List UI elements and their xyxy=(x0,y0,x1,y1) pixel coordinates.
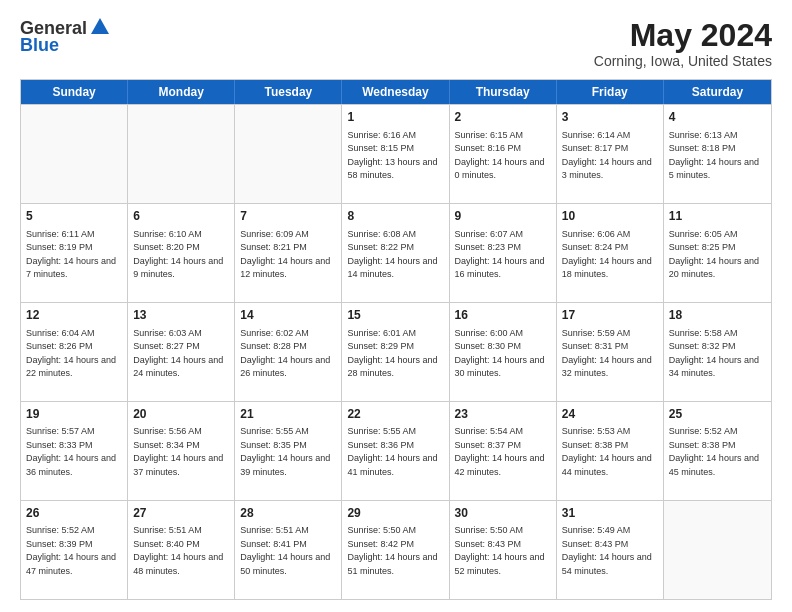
week-row-1: 1Sunrise: 6:16 AMSunset: 8:15 PMDaylight… xyxy=(21,104,771,203)
cell-info: Sunrise: 5:49 AMSunset: 8:43 PMDaylight:… xyxy=(562,524,658,578)
day-cell-19: 19Sunrise: 5:57 AMSunset: 8:33 PMDayligh… xyxy=(21,402,128,500)
week-row-5: 26Sunrise: 5:52 AMSunset: 8:39 PMDayligh… xyxy=(21,500,771,599)
day-number: 18 xyxy=(669,307,766,324)
header-day-monday: Monday xyxy=(128,80,235,104)
day-number: 7 xyxy=(240,208,336,225)
cell-info: Sunrise: 5:51 AMSunset: 8:41 PMDaylight:… xyxy=(240,524,336,578)
logo: General Blue xyxy=(20,18,111,56)
day-cell-17: 17Sunrise: 5:59 AMSunset: 8:31 PMDayligh… xyxy=(557,303,664,401)
cell-info: Sunrise: 6:08 AMSunset: 8:22 PMDaylight:… xyxy=(347,228,443,282)
day-number: 13 xyxy=(133,307,229,324)
day-cell-5: 5Sunrise: 6:11 AMSunset: 8:19 PMDaylight… xyxy=(21,204,128,302)
cell-info: Sunrise: 5:51 AMSunset: 8:40 PMDaylight:… xyxy=(133,524,229,578)
day-cell-13: 13Sunrise: 6:03 AMSunset: 8:27 PMDayligh… xyxy=(128,303,235,401)
day-cell-28: 28Sunrise: 5:51 AMSunset: 8:41 PMDayligh… xyxy=(235,501,342,599)
day-cell-2: 2Sunrise: 6:15 AMSunset: 8:16 PMDaylight… xyxy=(450,105,557,203)
empty-cell xyxy=(664,501,771,599)
cell-info: Sunrise: 6:06 AMSunset: 8:24 PMDaylight:… xyxy=(562,228,658,282)
day-number: 27 xyxy=(133,505,229,522)
day-cell-21: 21Sunrise: 5:55 AMSunset: 8:35 PMDayligh… xyxy=(235,402,342,500)
day-number: 31 xyxy=(562,505,658,522)
cell-info: Sunrise: 5:57 AMSunset: 8:33 PMDaylight:… xyxy=(26,425,122,479)
day-number: 28 xyxy=(240,505,336,522)
header-day-wednesday: Wednesday xyxy=(342,80,449,104)
calendar: SundayMondayTuesdayWednesdayThursdayFrid… xyxy=(20,79,772,600)
day-cell-12: 12Sunrise: 6:04 AMSunset: 8:26 PMDayligh… xyxy=(21,303,128,401)
day-number: 17 xyxy=(562,307,658,324)
day-cell-11: 11Sunrise: 6:05 AMSunset: 8:25 PMDayligh… xyxy=(664,204,771,302)
svg-marker-0 xyxy=(91,18,109,34)
day-cell-24: 24Sunrise: 5:53 AMSunset: 8:38 PMDayligh… xyxy=(557,402,664,500)
day-number: 1 xyxy=(347,109,443,126)
day-cell-29: 29Sunrise: 5:50 AMSunset: 8:42 PMDayligh… xyxy=(342,501,449,599)
day-number: 29 xyxy=(347,505,443,522)
header-right: May 2024 Corning, Iowa, United States xyxy=(594,18,772,69)
cell-info: Sunrise: 5:52 AMSunset: 8:38 PMDaylight:… xyxy=(669,425,766,479)
day-number: 5 xyxy=(26,208,122,225)
day-number: 2 xyxy=(455,109,551,126)
cell-info: Sunrise: 6:05 AMSunset: 8:25 PMDaylight:… xyxy=(669,228,766,282)
cell-info: Sunrise: 6:11 AMSunset: 8:19 PMDaylight:… xyxy=(26,228,122,282)
day-number: 20 xyxy=(133,406,229,423)
cell-info: Sunrise: 6:03 AMSunset: 8:27 PMDaylight:… xyxy=(133,327,229,381)
day-number: 15 xyxy=(347,307,443,324)
cell-info: Sunrise: 6:07 AMSunset: 8:23 PMDaylight:… xyxy=(455,228,551,282)
day-number: 23 xyxy=(455,406,551,423)
calendar-body: 1Sunrise: 6:16 AMSunset: 8:15 PMDaylight… xyxy=(21,104,771,599)
header-day-thursday: Thursday xyxy=(450,80,557,104)
day-cell-31: 31Sunrise: 5:49 AMSunset: 8:43 PMDayligh… xyxy=(557,501,664,599)
cell-info: Sunrise: 5:59 AMSunset: 8:31 PMDaylight:… xyxy=(562,327,658,381)
calendar-header-row: SundayMondayTuesdayWednesdayThursdayFrid… xyxy=(21,80,771,104)
page: General Blue May 2024 Corning, Iowa, Uni… xyxy=(0,0,792,612)
cell-info: Sunrise: 5:55 AMSunset: 8:35 PMDaylight:… xyxy=(240,425,336,479)
day-cell-22: 22Sunrise: 5:55 AMSunset: 8:36 PMDayligh… xyxy=(342,402,449,500)
day-number: 26 xyxy=(26,505,122,522)
day-cell-8: 8Sunrise: 6:08 AMSunset: 8:22 PMDaylight… xyxy=(342,204,449,302)
day-number: 9 xyxy=(455,208,551,225)
day-cell-10: 10Sunrise: 6:06 AMSunset: 8:24 PMDayligh… xyxy=(557,204,664,302)
location: Corning, Iowa, United States xyxy=(594,53,772,69)
day-number: 30 xyxy=(455,505,551,522)
month-title: May 2024 xyxy=(594,18,772,53)
day-number: 14 xyxy=(240,307,336,324)
day-cell-18: 18Sunrise: 5:58 AMSunset: 8:32 PMDayligh… xyxy=(664,303,771,401)
day-cell-6: 6Sunrise: 6:10 AMSunset: 8:20 PMDaylight… xyxy=(128,204,235,302)
day-cell-26: 26Sunrise: 5:52 AMSunset: 8:39 PMDayligh… xyxy=(21,501,128,599)
cell-info: Sunrise: 5:56 AMSunset: 8:34 PMDaylight:… xyxy=(133,425,229,479)
cell-info: Sunrise: 6:09 AMSunset: 8:21 PMDaylight:… xyxy=(240,228,336,282)
cell-info: Sunrise: 6:10 AMSunset: 8:20 PMDaylight:… xyxy=(133,228,229,282)
cell-info: Sunrise: 6:02 AMSunset: 8:28 PMDaylight:… xyxy=(240,327,336,381)
day-cell-27: 27Sunrise: 5:51 AMSunset: 8:40 PMDayligh… xyxy=(128,501,235,599)
week-row-3: 12Sunrise: 6:04 AMSunset: 8:26 PMDayligh… xyxy=(21,302,771,401)
day-cell-1: 1Sunrise: 6:16 AMSunset: 8:15 PMDaylight… xyxy=(342,105,449,203)
day-number: 6 xyxy=(133,208,229,225)
cell-info: Sunrise: 5:52 AMSunset: 8:39 PMDaylight:… xyxy=(26,524,122,578)
header-day-tuesday: Tuesday xyxy=(235,80,342,104)
day-number: 16 xyxy=(455,307,551,324)
day-number: 22 xyxy=(347,406,443,423)
day-cell-15: 15Sunrise: 6:01 AMSunset: 8:29 PMDayligh… xyxy=(342,303,449,401)
day-number: 10 xyxy=(562,208,658,225)
day-number: 25 xyxy=(669,406,766,423)
day-number: 24 xyxy=(562,406,658,423)
logo-icon xyxy=(89,16,111,38)
day-number: 4 xyxy=(669,109,766,126)
cell-info: Sunrise: 5:50 AMSunset: 8:43 PMDaylight:… xyxy=(455,524,551,578)
day-cell-30: 30Sunrise: 5:50 AMSunset: 8:43 PMDayligh… xyxy=(450,501,557,599)
header-day-sunday: Sunday xyxy=(21,80,128,104)
day-cell-25: 25Sunrise: 5:52 AMSunset: 8:38 PMDayligh… xyxy=(664,402,771,500)
day-cell-4: 4Sunrise: 6:13 AMSunset: 8:18 PMDaylight… xyxy=(664,105,771,203)
empty-cell xyxy=(235,105,342,203)
day-number: 21 xyxy=(240,406,336,423)
day-cell-9: 9Sunrise: 6:07 AMSunset: 8:23 PMDaylight… xyxy=(450,204,557,302)
cell-info: Sunrise: 6:04 AMSunset: 8:26 PMDaylight:… xyxy=(26,327,122,381)
cell-info: Sunrise: 6:00 AMSunset: 8:30 PMDaylight:… xyxy=(455,327,551,381)
cell-info: Sunrise: 6:15 AMSunset: 8:16 PMDaylight:… xyxy=(455,129,551,183)
empty-cell xyxy=(21,105,128,203)
cell-info: Sunrise: 6:01 AMSunset: 8:29 PMDaylight:… xyxy=(347,327,443,381)
header-day-saturday: Saturday xyxy=(664,80,771,104)
day-cell-23: 23Sunrise: 5:54 AMSunset: 8:37 PMDayligh… xyxy=(450,402,557,500)
empty-cell xyxy=(128,105,235,203)
day-cell-3: 3Sunrise: 6:14 AMSunset: 8:17 PMDaylight… xyxy=(557,105,664,203)
day-cell-7: 7Sunrise: 6:09 AMSunset: 8:21 PMDaylight… xyxy=(235,204,342,302)
